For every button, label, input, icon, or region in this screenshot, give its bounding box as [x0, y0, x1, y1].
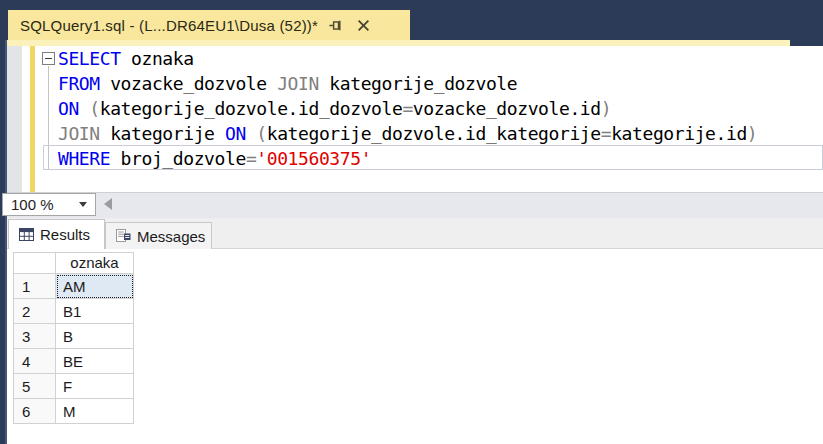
code-line[interactable]: SELECT oznaka — [44, 46, 823, 71]
code-token: kategorije.id — [611, 123, 747, 144]
code-line[interactable]: ON (kategorije_dozvole.id_dozvole=vozack… — [44, 96, 823, 121]
tab-results-label: Results — [40, 226, 90, 243]
code-token: kategorije_dozvole.id_dozvole — [100, 98, 403, 119]
code-token: kategorije_dozvole.id_kategorije — [267, 123, 601, 144]
grid-body: 1AM2B13B4BE5F6M — [14, 274, 134, 424]
row-number-cell[interactable]: 5 — [14, 374, 56, 399]
results-grid: oznaka 1AM2B13B4BE5F6M — [13, 252, 134, 424]
document-tab-bar: SQLQuery1.sql - (L...DR64EU1\Dusa (52))* — [0, 0, 823, 40]
code-token: kategorije — [100, 123, 225, 144]
value-cell[interactable]: B — [56, 324, 134, 349]
code-token: oznaka — [121, 48, 194, 69]
code-token: = — [246, 148, 256, 169]
table-row: 6M — [14, 399, 134, 424]
code-line[interactable]: JOIN kategorije ON (kategorije_dozvole.i… — [44, 121, 823, 146]
code-token: broj_dozvole — [110, 148, 246, 169]
code-token: = — [601, 123, 611, 144]
code-token: vozacke_dozvole.id — [413, 98, 601, 119]
value-cell[interactable]: AM — [56, 274, 134, 299]
tab-messages-label: Messages — [137, 228, 205, 245]
value-cell[interactable]: B1 — [56, 299, 134, 324]
row-number-cell[interactable]: 4 — [14, 349, 56, 374]
code-token: ( — [89, 98, 99, 119]
code-token: ) — [601, 98, 611, 119]
scroll-left-icon[interactable] — [104, 198, 112, 210]
code-token: ON — [225, 123, 246, 144]
zoom-dropdown[interactable]: 100 % — [2, 193, 96, 216]
code-token: SELECT — [58, 48, 121, 69]
row-number-cell[interactable]: 6 — [14, 399, 56, 424]
code-line[interactable]: FROM vozacke_dozvole JOIN kategorije_doz… — [44, 71, 823, 96]
code-token: WHERE — [58, 148, 110, 169]
table-row: 5F — [14, 374, 134, 399]
collapse-region-toggle-icon[interactable] — [42, 52, 55, 65]
ssms-window: SQLQuery1.sql - (L...DR64EU1\Dusa (52))* — [0, 0, 823, 444]
window-left-edge — [0, 40, 7, 444]
code-token: JOIN — [277, 73, 319, 94]
table-row: 3B — [14, 324, 134, 349]
close-icon[interactable] — [352, 14, 374, 36]
table-row: 4BE — [14, 349, 134, 374]
code-token: '001560375' — [256, 148, 371, 169]
row-number-cell[interactable]: 2 — [14, 299, 56, 324]
code-token: = — [402, 98, 412, 119]
code-line[interactable]: WHERE broj_dozvole='001560375' — [44, 146, 823, 171]
value-cell[interactable]: M — [56, 399, 134, 424]
results-pane: oznaka 1AM2B13B4BE5F6M — [7, 249, 823, 444]
code-token: ( — [256, 123, 266, 144]
code-token: FROM — [58, 73, 100, 94]
row-number-cell[interactable]: 3 — [14, 324, 56, 349]
tab-results[interactable]: Results — [8, 219, 105, 249]
code-token: ON — [58, 98, 79, 119]
table-row: 2B1 — [14, 299, 134, 324]
code-token — [246, 123, 256, 144]
code-token: kategorije_dozvole — [319, 73, 517, 94]
change-tracking-bar — [30, 46, 35, 192]
zoom-value: 100 % — [3, 196, 79, 213]
grid-corner-cell[interactable] — [14, 253, 56, 274]
value-cell[interactable]: BE — [56, 349, 134, 374]
pin-icon[interactable] — [324, 14, 346, 36]
editor-hscrollbar[interactable] — [7, 192, 823, 218]
code-token: ) — [747, 123, 757, 144]
chevron-down-icon — [79, 202, 87, 207]
tab-messages[interactable]: Messages — [105, 222, 212, 249]
grid-column-header[interactable]: oznaka — [56, 253, 134, 274]
messages-icon — [116, 229, 131, 243]
table-row: 1AM — [14, 274, 134, 299]
row-number-cell[interactable]: 1 — [14, 274, 56, 299]
document-tab-title: SQLQuery1.sql - (L...DR64EU1\Dusa (52))* — [20, 17, 318, 34]
code-token: JOIN — [58, 123, 100, 144]
code-lines: SELECT oznakaFROM vozacke_dozvole JOIN k… — [44, 46, 823, 171]
grid-header-row: oznaka — [14, 253, 134, 274]
editor-indicator-margin — [7, 46, 22, 192]
code-token: vozacke_dozvole — [100, 73, 277, 94]
value-cell[interactable]: F — [56, 374, 134, 399]
code-token — [79, 98, 89, 119]
document-tab[interactable]: SQLQuery1.sql - (L...DR64EU1\Dusa (52))* — [8, 10, 410, 40]
results-pane-tabstrip: Results Messages — [7, 218, 823, 249]
results-grid-icon — [19, 228, 34, 241]
